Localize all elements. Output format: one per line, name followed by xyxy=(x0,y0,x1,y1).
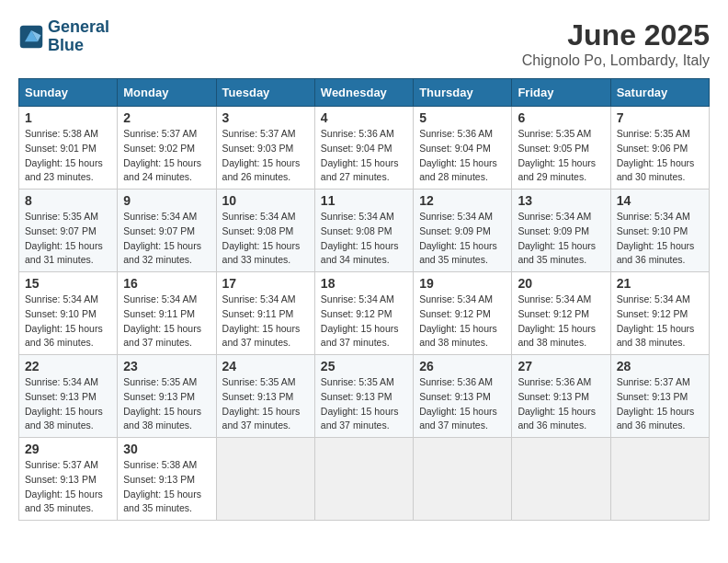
day-number: 27 xyxy=(518,359,604,373)
day-number: 21 xyxy=(617,276,703,291)
day-number: 4 xyxy=(321,110,407,125)
day-info: Sunrise: 5:35 AM Sunset: 9:05 PM Dayligh… xyxy=(518,127,604,185)
day-number: 9 xyxy=(123,193,210,208)
day-info: Sunrise: 5:35 AM Sunset: 9:13 PM Dayligh… xyxy=(123,375,210,433)
day-info: Sunrise: 5:34 AM Sunset: 9:08 PM Dayligh… xyxy=(222,210,309,268)
table-row: 27Sunrise: 5:36 AM Sunset: 9:13 PM Dayli… xyxy=(512,355,610,438)
table-row: 28Sunrise: 5:37 AM Sunset: 9:13 PM Dayli… xyxy=(610,355,709,438)
table-row: 30Sunrise: 5:38 AM Sunset: 9:13 PM Dayli… xyxy=(118,438,216,521)
table-row xyxy=(216,438,314,521)
day-info: Sunrise: 5:35 AM Sunset: 9:13 PM Dayligh… xyxy=(222,375,309,433)
table-row: 18Sunrise: 5:34 AM Sunset: 9:12 PM Dayli… xyxy=(314,272,413,355)
day-number: 17 xyxy=(222,276,309,291)
day-info: Sunrise: 5:36 AM Sunset: 9:04 PM Dayligh… xyxy=(321,127,407,185)
day-info: Sunrise: 5:36 AM Sunset: 9:04 PM Dayligh… xyxy=(419,127,506,185)
day-info: Sunrise: 5:34 AM Sunset: 9:12 PM Dayligh… xyxy=(617,293,703,350)
day-number: 10 xyxy=(222,193,309,208)
day-info: Sunrise: 5:34 AM Sunset: 9:11 PM Dayligh… xyxy=(222,293,309,350)
day-number: 15 xyxy=(25,276,111,291)
day-number: 2 xyxy=(123,110,210,125)
calendar-row: 15Sunrise: 5:34 AM Sunset: 9:10 PM Dayli… xyxy=(19,272,710,355)
day-info: Sunrise: 5:34 AM Sunset: 9:12 PM Dayligh… xyxy=(518,293,604,350)
table-row xyxy=(610,438,709,521)
day-number: 5 xyxy=(419,110,506,125)
day-info: Sunrise: 5:35 AM Sunset: 9:07 PM Dayligh… xyxy=(25,210,111,268)
day-info: Sunrise: 5:38 AM Sunset: 9:01 PM Dayligh… xyxy=(25,127,111,185)
table-row xyxy=(314,438,413,521)
table-row: 25Sunrise: 5:35 AM Sunset: 9:13 PM Dayli… xyxy=(314,355,413,438)
day-info: Sunrise: 5:37 AM Sunset: 9:02 PM Dayligh… xyxy=(123,127,210,185)
logo-text: General Blue xyxy=(48,18,109,55)
day-info: Sunrise: 5:37 AM Sunset: 9:13 PM Dayligh… xyxy=(617,375,703,433)
table-row: 2Sunrise: 5:37 AM Sunset: 9:02 PM Daylig… xyxy=(118,107,216,190)
table-row: 7Sunrise: 5:35 AM Sunset: 9:06 PM Daylig… xyxy=(610,107,709,190)
day-info: Sunrise: 5:34 AM Sunset: 9:12 PM Dayligh… xyxy=(419,293,506,350)
day-number: 6 xyxy=(518,110,604,125)
calendar-row: 1Sunrise: 5:38 AM Sunset: 9:01 PM Daylig… xyxy=(19,107,710,190)
table-row: 10Sunrise: 5:34 AM Sunset: 9:08 PM Dayli… xyxy=(216,190,314,272)
day-info: Sunrise: 5:34 AM Sunset: 9:07 PM Dayligh… xyxy=(123,210,210,268)
day-info: Sunrise: 5:38 AM Sunset: 9:13 PM Dayligh… xyxy=(123,458,210,516)
day-number: 8 xyxy=(25,193,111,208)
location-title: Chignolo Po, Lombardy, Italy xyxy=(522,52,710,69)
calendar-row: 8Sunrise: 5:35 AM Sunset: 9:07 PM Daylig… xyxy=(19,190,710,272)
col-tuesday: Tuesday xyxy=(216,79,314,107)
day-info: Sunrise: 5:34 AM Sunset: 9:11 PM Dayligh… xyxy=(123,293,210,350)
day-number: 14 xyxy=(617,193,703,208)
day-number: 23 xyxy=(123,359,210,373)
header-row: Sunday Monday Tuesday Wednesday Thursday… xyxy=(19,79,710,107)
table-row: 22Sunrise: 5:34 AM Sunset: 9:13 PM Dayli… xyxy=(19,355,118,438)
day-info: Sunrise: 5:34 AM Sunset: 9:10 PM Dayligh… xyxy=(617,210,703,268)
col-saturday: Saturday xyxy=(610,79,709,107)
day-number: 30 xyxy=(123,442,210,456)
table-row: 5Sunrise: 5:36 AM Sunset: 9:04 PM Daylig… xyxy=(414,107,512,190)
table-row xyxy=(414,438,512,521)
day-number: 3 xyxy=(222,110,309,125)
table-row: 16Sunrise: 5:34 AM Sunset: 9:11 PM Dayli… xyxy=(118,272,216,355)
day-number: 22 xyxy=(25,359,111,373)
day-number: 1 xyxy=(25,110,111,125)
table-row: 6Sunrise: 5:35 AM Sunset: 9:05 PM Daylig… xyxy=(512,107,610,190)
col-sunday: Sunday xyxy=(19,79,118,107)
day-number: 25 xyxy=(321,359,407,373)
day-info: Sunrise: 5:34 AM Sunset: 9:09 PM Dayligh… xyxy=(518,210,604,268)
day-number: 18 xyxy=(321,276,407,291)
table-row: 17Sunrise: 5:34 AM Sunset: 9:11 PM Dayli… xyxy=(216,272,314,355)
logo-icon xyxy=(18,24,44,50)
table-row: 15Sunrise: 5:34 AM Sunset: 9:10 PM Dayli… xyxy=(19,272,118,355)
day-number: 20 xyxy=(518,276,604,291)
col-thursday: Thursday xyxy=(414,79,512,107)
day-number: 13 xyxy=(518,193,604,208)
day-info: Sunrise: 5:34 AM Sunset: 9:08 PM Dayligh… xyxy=(321,210,407,268)
logo-line1: General xyxy=(48,17,109,36)
col-monday: Monday xyxy=(118,79,216,107)
table-row: 12Sunrise: 5:34 AM Sunset: 9:09 PM Dayli… xyxy=(414,190,512,272)
table-row: 23Sunrise: 5:35 AM Sunset: 9:13 PM Dayli… xyxy=(118,355,216,438)
table-row xyxy=(512,438,610,521)
day-number: 26 xyxy=(419,359,506,373)
title-block: June 2025 Chignolo Po, Lombardy, Italy xyxy=(522,18,710,69)
day-info: Sunrise: 5:35 AM Sunset: 9:06 PM Dayligh… xyxy=(617,127,703,185)
day-number: 11 xyxy=(321,193,407,208)
table-row: 3Sunrise: 5:37 AM Sunset: 9:03 PM Daylig… xyxy=(216,107,314,190)
table-row: 1Sunrise: 5:38 AM Sunset: 9:01 PM Daylig… xyxy=(19,107,118,190)
day-number: 19 xyxy=(419,276,506,291)
col-wednesday: Wednesday xyxy=(314,79,413,107)
calendar-table: Sunday Monday Tuesday Wednesday Thursday… xyxy=(18,78,710,521)
day-info: Sunrise: 5:34 AM Sunset: 9:10 PM Dayligh… xyxy=(25,293,111,350)
day-info: Sunrise: 5:37 AM Sunset: 9:13 PM Dayligh… xyxy=(25,458,111,516)
calendar-row: 22Sunrise: 5:34 AM Sunset: 9:13 PM Dayli… xyxy=(19,355,710,438)
logo: General Blue xyxy=(18,18,109,55)
day-number: 7 xyxy=(617,110,703,125)
day-info: Sunrise: 5:36 AM Sunset: 9:13 PM Dayligh… xyxy=(419,375,506,433)
day-number: 12 xyxy=(419,193,506,208)
day-info: Sunrise: 5:35 AM Sunset: 9:13 PM Dayligh… xyxy=(321,375,407,433)
day-info: Sunrise: 5:36 AM Sunset: 9:13 PM Dayligh… xyxy=(518,375,604,433)
calendar-row: 29Sunrise: 5:37 AM Sunset: 9:13 PM Dayli… xyxy=(19,438,710,521)
month-title: June 2025 xyxy=(522,18,710,52)
day-info: Sunrise: 5:34 AM Sunset: 9:12 PM Dayligh… xyxy=(321,293,407,350)
day-number: 24 xyxy=(222,359,309,373)
col-friday: Friday xyxy=(512,79,610,107)
table-row: 8Sunrise: 5:35 AM Sunset: 9:07 PM Daylig… xyxy=(19,190,118,272)
table-row: 9Sunrise: 5:34 AM Sunset: 9:07 PM Daylig… xyxy=(118,190,216,272)
